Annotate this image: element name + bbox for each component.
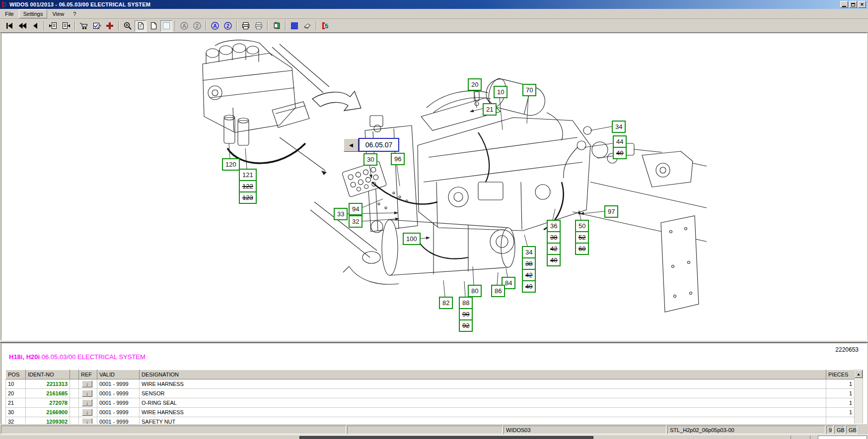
callout-121-122-123[interactable]: 121122123 <box>239 169 257 204</box>
toolbar-print-2-button <box>253 20 265 32</box>
table-row[interactable]: 302166900↓0001 - 9999WIRE HARNESS1 <box>6 408 855 417</box>
hotspot-back-button[interactable]: ◄ <box>344 138 359 152</box>
toolbar-callout-a-button[interactable]: A <box>209 20 221 32</box>
toolbar-eraser-button[interactable] <box>301 20 313 32</box>
toolbar-page-view-button[interactable] <box>135 20 146 32</box>
callout-21[interactable]: 21 <box>483 103 497 116</box>
toolbar-add-cross-button[interactable] <box>104 20 116 32</box>
callout-100[interactable]: 100 <box>403 233 421 245</box>
callout-number: 96 <box>392 154 404 164</box>
callout-80[interactable]: 80 <box>468 285 482 297</box>
menu-view[interactable]: View <box>48 10 68 18</box>
cell-ref: ↓ <box>79 379 97 389</box>
callout-34[interactable]: 34 <box>612 121 626 133</box>
page-view-2-icon <box>149 21 158 30</box>
view-transition-arrow <box>312 91 361 111</box>
toolbar-go-first-button[interactable] <box>3 20 15 32</box>
table-scrollbar[interactable]: ▲ <box>854 370 863 424</box>
callout-number: 42 <box>523 269 535 280</box>
linde-logo-icon: 5 <box>321 21 330 30</box>
toolbar-zoom-frame-button[interactable] <box>160 20 172 32</box>
cell-ref: ↓ <box>79 408 97 417</box>
ref-button[interactable]: ↓ <box>82 409 92 416</box>
status-segment-9: 9 <box>826 426 833 434</box>
ref-button[interactable]: ↓ <box>82 418 92 424</box>
menu-settings[interactable]: Settings <box>19 9 48 18</box>
callout-82[interactable]: 82 <box>439 297 453 309</box>
cell-valid: 0001 - 9999 <box>97 379 140 389</box>
callout-96[interactable]: 96 <box>391 153 405 165</box>
callout-number: 94 <box>350 204 362 214</box>
minimize-button[interactable] <box>840 1 848 8</box>
callout-86[interactable]: 86 <box>491 285 505 297</box>
callout-120[interactable]: 120 <box>222 158 240 171</box>
cell-pieces <box>826 417 855 425</box>
callout-88-90-92[interactable]: 889092 <box>459 297 473 332</box>
callout-number: 70 <box>523 85 535 95</box>
toolbar-order-form-button[interactable] <box>91 20 103 32</box>
restore-button[interactable] <box>849 1 857 8</box>
toolbar-print-button[interactable] <box>240 20 252 32</box>
callout-number: 50 <box>576 221 588 231</box>
callout-number: 10 <box>495 87 506 97</box>
toolbar-go-back-fast-button[interactable] <box>16 20 28 32</box>
callout-number: 40 <box>614 147 626 158</box>
toolbar-separator <box>285 21 286 31</box>
close-button[interactable]: ✕ <box>858 1 866 8</box>
menu-[interactable]: ? <box>69 10 80 18</box>
order-form-icon <box>92 21 101 30</box>
menu-file[interactable]: File <box>1 10 18 18</box>
drawing-number: 2220653 <box>835 346 859 353</box>
toolbar-linde-logo-button[interactable]: 5 <box>319 20 331 32</box>
callout-10[interactable]: 10 <box>494 86 507 98</box>
table-row[interactable]: 102211313↓0001 - 9999WIRE HARNESS1 <box>6 379 855 389</box>
table-row[interactable]: 21272078↓0001 - 9999O-RING SEAL1 <box>6 398 855 408</box>
pattern-icon <box>290 21 299 30</box>
title-bar: 5 WIDOS 001/2013 - 06.05.03/00 ELECTRICA… <box>0 0 868 9</box>
cell-ref: ↓ <box>79 389 97 398</box>
callout-number: 40 <box>548 254 560 265</box>
cell-pos: 20 <box>6 389 26 398</box>
ref-button[interactable]: ↓ <box>82 390 92 397</box>
callout-number: 80 <box>469 286 481 296</box>
print-icon <box>241 21 250 30</box>
ref-button[interactable]: ↓ <box>82 380 92 387</box>
callout-34-38-42-40[interactable]: 34384240 <box>522 246 536 293</box>
callout-a-icon: A <box>211 21 219 30</box>
cell-pos: 32 <box>6 417 26 425</box>
toolbar-pattern-button[interactable] <box>289 20 300 32</box>
go-back-icon <box>31 21 40 30</box>
taskbar-button[interactable] <box>299 436 593 439</box>
go-back-fast-icon <box>18 21 27 30</box>
toolbar-page-view-2-button[interactable] <box>147 20 159 32</box>
callout-97[interactable]: 97 <box>604 205 618 218</box>
callout-36-38-42-40[interactable]: 36384240 <box>547 220 561 266</box>
menu-bar: FileSettingsView? <box>0 9 868 19</box>
callout-44-40[interactable]: 4440 <box>613 135 627 159</box>
table-row[interactable]: 321209302↓0001 - 9999SAFETY NUT <box>6 417 855 425</box>
callout-number: 97 <box>605 206 617 217</box>
callout-2-icon: 2 <box>223 21 232 30</box>
scroll-up-icon[interactable]: ▲ <box>855 370 863 378</box>
toolbar-shopping-cart-button[interactable] <box>78 20 90 32</box>
table-row[interactable]: 202161685↓0001 - 9999SENSOR1 <box>6 389 855 398</box>
toolbar-notebook-button[interactable] <box>271 20 283 32</box>
callout-33[interactable]: 33 <box>334 208 348 220</box>
callout-32[interactable]: 32 <box>349 215 362 228</box>
toolbar-doc-jump-forward-button[interactable] <box>60 20 72 32</box>
callout-70[interactable]: 70 <box>522 84 536 96</box>
toolbar-doc-jump-back-button[interactable] <box>47 20 59 32</box>
hotspot-reference-label[interactable]: 06.05.07 <box>359 138 399 152</box>
callout-30[interactable]: 30 <box>363 153 377 166</box>
toolbar-callout-2-button[interactable]: 2 <box>222 20 234 32</box>
doc-jump-back-icon <box>49 21 58 30</box>
callout-number: 120 <box>223 159 239 170</box>
toolbar-zoom-button[interactable] <box>122 20 134 32</box>
callout-94[interactable]: 94 <box>349 203 362 215</box>
ref-button[interactable]: ↓ <box>82 399 92 406</box>
page-view-icon <box>136 21 145 30</box>
callout-50-52-60[interactable]: 505260 <box>575 220 589 255</box>
toolbar-go-back-button[interactable] <box>29 20 41 32</box>
callout-20[interactable]: 20 <box>468 78 482 91</box>
window-title: WIDOS 001/2013 - 06.05.03/00 ELECTRICAL … <box>9 1 150 7</box>
